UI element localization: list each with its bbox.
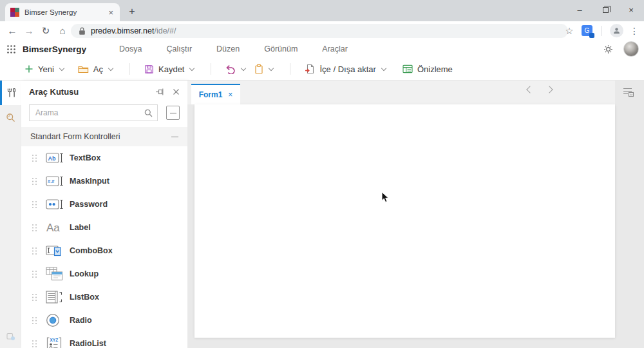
tab-form1-close-icon[interactable]: × [228, 90, 232, 99]
chevron-down-icon [108, 65, 113, 70]
toolbox-item-maskinput[interactable]: #.# MaskInput [21, 169, 187, 193]
browser-menu-icon[interactable]: ⋮ [627, 26, 641, 36]
open-button[interactable]: Aç [78, 64, 113, 74]
import-export-icon [305, 64, 315, 74]
drag-handle-icon[interactable] [32, 293, 37, 302]
toolbox-panel: Araç Kutusu Standart Form Kontrolleri [21, 81, 187, 348]
drag-handle-icon[interactable] [32, 270, 37, 278]
bookmark-star-icon[interactable]: ☆ [561, 26, 578, 36]
svg-text:Aa: Aa [46, 222, 60, 234]
drag-handle-icon[interactable] [32, 316, 37, 325]
back-icon[interactable]: ← [4, 25, 21, 36]
drag-handle-icon[interactable] [32, 177, 37, 186]
app-launcher-icon[interactable] [6, 44, 16, 54]
menu-dosya[interactable]: Dosya [107, 44, 154, 53]
activity-bar [0, 81, 21, 348]
drag-handle-icon[interactable] [32, 224, 37, 232]
drag-handle-icon[interactable] [32, 247, 37, 255]
browser-nav-right: ☆ G ⋮ [561, 21, 641, 40]
minimize-button[interactable]: – [567, 0, 592, 19]
toolbar-divider [211, 63, 211, 75]
label-icon: Aa [45, 220, 64, 235]
password-icon [45, 197, 64, 211]
bimser-favicon [10, 8, 19, 17]
tabs-scroll-right-icon[interactable] [545, 86, 553, 93]
user-avatar[interactable] [623, 41, 639, 57]
magnifier-bulb-icon [6, 113, 15, 122]
tabs-scroll-left-icon[interactable] [526, 86, 533, 93]
browser-profile-icon[interactable] [610, 24, 623, 37]
listbox-icon [45, 290, 64, 304]
lock-icon [79, 27, 86, 35]
drag-handle-icon[interactable] [32, 154, 37, 162]
drag-handle-icon[interactable] [32, 200, 37, 209]
tab-form1[interactable]: Form1 × [191, 84, 240, 104]
toolbox-item-lookup[interactable]: Lookup [21, 262, 187, 285]
settings-gear-icon[interactable] [603, 44, 613, 54]
editor-area: Form1 × [187, 81, 644, 348]
form-design-canvas[interactable] [194, 104, 615, 338]
toolbox-search-input[interactable] [29, 104, 158, 121]
chevron-down-icon [381, 65, 386, 70]
app-header: BimserSynergy Dosya Çalıştır Düzen Görün… [0, 40, 644, 58]
home-icon[interactable]: ⌂ [54, 25, 71, 36]
toolbox-icon [6, 88, 17, 98]
activity-bottom-button[interactable] [0, 331, 21, 342]
toolbox-section-title: Standart Form Kontrolleri [30, 132, 171, 141]
brand-title[interactable]: BimserSynergy [23, 44, 86, 54]
reload-icon[interactable]: ↻ [37, 25, 54, 37]
combobox-icon [45, 244, 64, 258]
browser-tab[interactable]: Bimser Synergy × [5, 3, 120, 21]
restore-icon [603, 7, 609, 13]
activity-toolbox-button[interactable] [0, 81, 21, 105]
plus-icon [24, 64, 33, 73]
radio-icon [45, 313, 64, 327]
new-tab-button[interactable]: + [125, 5, 139, 18]
toolbox-item-textbox[interactable]: Ab TextBox [21, 146, 187, 169]
close-button[interactable]: × [618, 0, 644, 19]
pin-icon[interactable] [155, 88, 165, 96]
toolbox-item-password[interactable]: Password [21, 193, 187, 216]
search-icon [144, 108, 153, 120]
toolbox-item-combobox[interactable]: ComboBox [21, 239, 187, 262]
toolbox-item-list: Ab TextBox #.# MaskInput Password [21, 146, 187, 348]
toolbox-header: Araç Kutusu [21, 81, 187, 102]
toolbox-item-radiolist[interactable]: XYZ RadioList [21, 332, 187, 348]
collapse-all-button[interactable] [166, 106, 180, 120]
save-icon [144, 64, 154, 74]
chevron-down-icon [189, 65, 194, 70]
settings-faint-icon [6, 331, 16, 342]
restore-button[interactable] [592, 0, 618, 19]
menu-calistir[interactable]: Çalıştır [155, 44, 205, 53]
svg-text:#.#: #.# [48, 179, 55, 184]
tab-list-icon[interactable] [623, 87, 634, 100]
toolbox-item-radio[interactable]: Radio [21, 309, 187, 332]
browser-tab-bar: Bimser Synergy × + – × [0, 0, 644, 21]
menu-gorunum[interactable]: Görünüm [252, 44, 310, 53]
forward-icon[interactable]: → [21, 25, 37, 36]
paste-button[interactable] [254, 64, 273, 74]
toolbox-item-listbox[interactable]: ListBox [21, 285, 187, 309]
workspace: Araç Kutusu Standart Form Kontrolleri [0, 81, 644, 348]
translate-icon[interactable]: G [582, 25, 592, 36]
preview-button[interactable]: Önizleme [402, 64, 453, 74]
menu-araclar[interactable]: Araçlar [310, 44, 360, 53]
address-bar[interactable]: predev.bimser.net/ide/#/ [71, 24, 568, 38]
save-button[interactable]: Kaydet [144, 64, 194, 74]
import-export-button[interactable]: İçe / Dışa aktar [305, 64, 385, 74]
undo-button[interactable] [225, 64, 245, 74]
toolbox-section-header[interactable]: Standart Form Kontrolleri [21, 127, 187, 146]
toolbar-divider [129, 63, 130, 75]
divider [601, 26, 601, 36]
menu-duzen[interactable]: Düzen [204, 44, 252, 53]
drag-handle-icon[interactable] [32, 340, 37, 348]
app-header-right [603, 40, 639, 58]
new-button[interactable]: Yeni [24, 64, 64, 74]
tab-close-icon[interactable]: × [107, 8, 115, 17]
activity-inspect-button[interactable] [0, 105, 21, 130]
url-host: predev.bimser.net [91, 26, 154, 35]
toolbox-close-icon[interactable] [173, 88, 180, 95]
toolbox-item-label[interactable]: Aa Label [21, 216, 187, 239]
svg-text:XYZ: XYZ [50, 338, 59, 342]
window-controls: – × [567, 0, 644, 21]
